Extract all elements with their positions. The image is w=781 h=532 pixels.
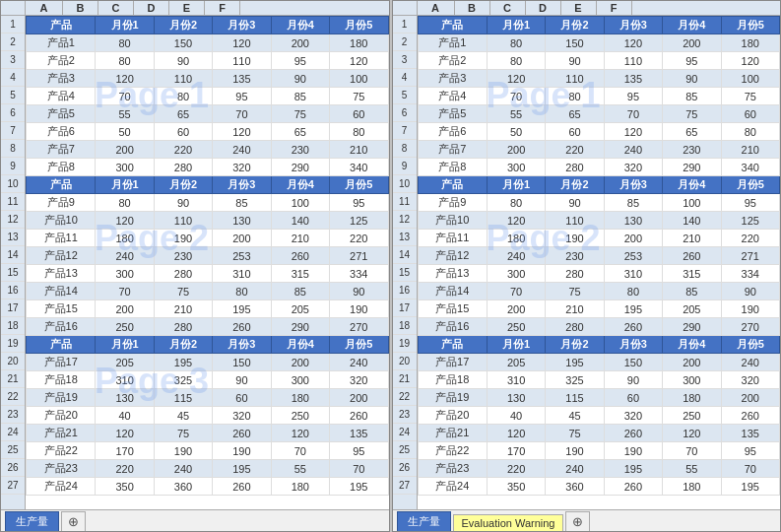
table-row: 产品221701901907095 [418, 442, 780, 460]
table-cell: 115 [154, 389, 212, 407]
tab-shengchan-right[interactable]: 生产量 [397, 511, 451, 531]
row-number: 24 [393, 424, 417, 441]
table-cell: 75 [546, 283, 604, 300]
table-cell: 120 [487, 425, 545, 442]
table-cell: 产品17 [418, 354, 487, 371]
table-cell: 85 [271, 283, 329, 300]
grid-left[interactable]: Page 1 Page 2 Page 3 产品月份1月份2月份3月份4月份5产品… [26, 16, 389, 509]
table-cell: 190 [546, 230, 604, 247]
table-cell: 130 [604, 212, 662, 230]
table-cell: 100 [330, 70, 388, 88]
table-cell: 60 [154, 123, 212, 141]
table-cell: 70 [604, 105, 662, 123]
table-cell: 月份1 [96, 17, 154, 34]
table-cell: 产品4 [27, 88, 96, 105]
table-cell: 210 [546, 300, 604, 318]
table-cell: 90 [271, 70, 329, 88]
row-number: 16 [1, 282, 25, 299]
table-cell: 100 [271, 194, 329, 212]
table-cell: 产品9 [27, 194, 96, 212]
table-cell: 205 [271, 300, 329, 318]
table-cell: 190 [546, 442, 604, 460]
table-cell: 月份4 [663, 176, 721, 194]
tab-add-right[interactable]: ⊕ [565, 511, 590, 531]
table-row: 产品月份1月份2月份3月份4月份5 [27, 17, 389, 34]
table-cell: 月份5 [330, 336, 388, 354]
table-cell: 280 [154, 265, 212, 283]
table-cell: 360 [154, 478, 212, 496]
table-cell: 260 [663, 247, 721, 265]
table-cell: 180 [663, 389, 721, 407]
table-cell: 产品7 [27, 141, 96, 159]
table-cell: 195 [546, 354, 604, 371]
table-cell: 产品23 [418, 460, 487, 478]
table-row: 产品17205195150200240 [418, 354, 780, 371]
table-cell: 月份4 [663, 17, 721, 34]
corner-cell-right [393, 1, 418, 15]
table-cell: 月份4 [271, 336, 329, 354]
table-cell: 100 [663, 194, 721, 212]
tab-eval-warning[interactable]: Evaluation Warning [453, 514, 564, 531]
row-number: 20 [1, 353, 25, 370]
table-cell: 120 [271, 425, 329, 442]
table-cell: 300 [96, 159, 154, 176]
table-row: 产品650601206580 [418, 123, 780, 141]
table-cell: 180 [271, 478, 329, 496]
table-row: 产品15200210195205190 [27, 300, 389, 318]
table-cell: 300 [663, 371, 721, 389]
row-number: 6 [1, 104, 25, 122]
table-cell: 65 [271, 123, 329, 141]
table-cell: 60 [546, 123, 604, 141]
table-cell: 180 [330, 34, 388, 52]
table-cell: 310 [96, 371, 154, 389]
table-cell: 75 [721, 88, 779, 105]
row-number: 21 [1, 370, 25, 388]
col-header-c-left: C [98, 1, 134, 15]
table-cell: 135 [213, 70, 271, 88]
table-cell: 80 [96, 52, 154, 70]
table-cell: 120 [213, 123, 271, 141]
table-cell: 120 [604, 123, 662, 141]
table-cell: 65 [154, 105, 212, 123]
table-cell: 110 [546, 212, 604, 230]
table-row: 产品24350360260180195 [418, 478, 780, 496]
table-cell: 95 [721, 442, 779, 460]
table-row: 产品16250280260290270 [27, 318, 389, 336]
table-cell: 210 [271, 230, 329, 247]
row-number: 21 [393, 370, 417, 388]
table-cell: 270 [330, 318, 388, 336]
table-cell: 产品24 [27, 478, 96, 496]
table-cell: 110 [154, 212, 212, 230]
row-number: 17 [393, 299, 417, 317]
table-cell: 340 [721, 159, 779, 176]
table-cell: 135 [604, 70, 662, 88]
table-cell: 60 [721, 105, 779, 123]
table-cell: 200 [271, 354, 329, 371]
table-cell: 产品19 [27, 389, 96, 407]
table-cell: 70 [330, 460, 388, 478]
table-cell: 月份1 [487, 336, 545, 354]
table-cell: 334 [721, 265, 779, 283]
table-cell: 产品9 [418, 194, 487, 212]
table-cell: 70 [271, 442, 329, 460]
table-cell: 190 [154, 230, 212, 247]
table-cell: 40 [487, 407, 545, 425]
table-row: 产品10120110130140125 [27, 212, 389, 230]
table-cell: 195 [604, 460, 662, 478]
tab-shengchan-left[interactable]: 生产量 [5, 511, 59, 531]
table-cell: 315 [663, 265, 721, 283]
tab-add-left[interactable]: ⊕ [61, 511, 86, 531]
table-cell: 290 [271, 159, 329, 176]
table-cell: 75 [330, 88, 388, 105]
table-cell: 产品8 [27, 159, 96, 176]
table-cell: 230 [663, 141, 721, 159]
table-cell: 240 [96, 247, 154, 265]
table-cell: 240 [330, 354, 388, 371]
grid-right[interactable]: Page 1 Page 2 产品月份1月份2月份3月份4月份5产品1801501… [418, 16, 781, 509]
table-row: 产品47080958575 [27, 88, 389, 105]
col-header-c-right: C [490, 1, 526, 15]
table-cell: 65 [546, 105, 604, 123]
col-header-a-left: A [26, 1, 63, 15]
table-cell: 90 [546, 194, 604, 212]
table-cell: 月份1 [487, 17, 545, 34]
